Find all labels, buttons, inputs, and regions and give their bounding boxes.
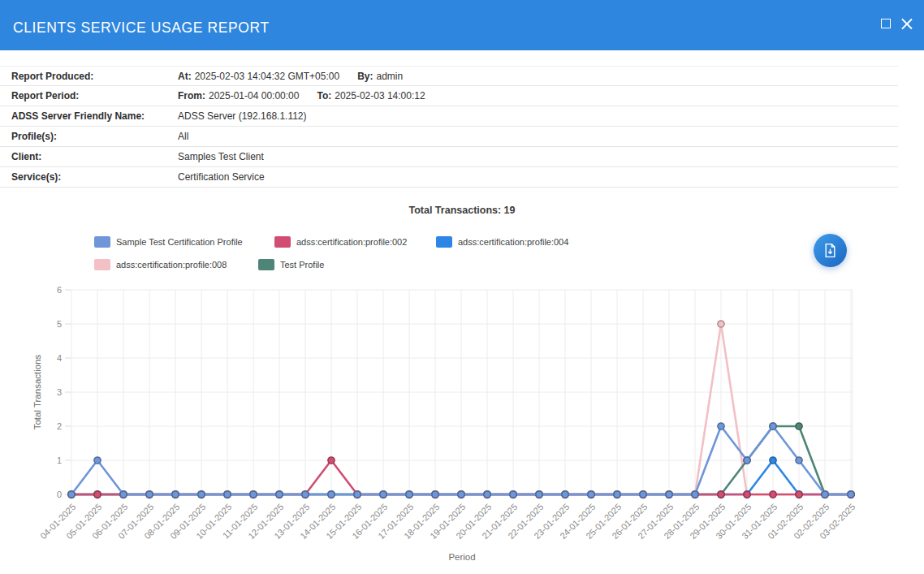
data-point xyxy=(718,491,724,498)
y-tick-label: 5 xyxy=(57,319,62,329)
legend-swatch xyxy=(274,236,291,248)
data-point xyxy=(536,491,542,498)
report-info-value: To:2025-02-03 14:00:12 xyxy=(317,90,425,101)
data-point xyxy=(172,491,179,498)
y-tick-label: 2 xyxy=(57,421,62,431)
total-transactions-title: Total Transactions: 19 xyxy=(0,205,924,216)
data-point xyxy=(94,457,101,464)
legend-item-sample-test-certification-profile[interactable]: Sample Test Certification Profile xyxy=(94,236,243,248)
data-point xyxy=(406,491,412,498)
report-info-value: All xyxy=(178,131,188,142)
legend-swatch xyxy=(94,259,110,270)
report-info-value-key: To: xyxy=(317,90,331,101)
report-info-value-key: By: xyxy=(357,71,373,82)
transactions-line-chart: 012345604-01-202505-01-202506-01-202507-… xyxy=(0,280,924,574)
data-point xyxy=(744,457,750,464)
data-point xyxy=(614,491,620,498)
data-point xyxy=(848,491,854,498)
legend-label: adss:certification:profile:004 xyxy=(458,237,568,247)
dialog-titlebar: CLIENTS SERVICE USAGE REPORT xyxy=(0,0,924,50)
data-point xyxy=(94,491,101,498)
data-point xyxy=(822,491,828,498)
data-point xyxy=(354,491,361,498)
legend-swatch xyxy=(94,236,110,248)
report-info-row: Client:Samples Test Client xyxy=(0,147,898,167)
maximize-icon xyxy=(881,19,891,28)
legend-label: Test Profile xyxy=(280,260,324,270)
legend-item-adss-certification-profile-008[interactable]: adss:certification:profile:008 xyxy=(94,259,227,270)
y-tick-label: 4 xyxy=(57,353,62,363)
data-point xyxy=(224,491,231,498)
report-info-label: Client: xyxy=(0,151,178,162)
data-point xyxy=(796,491,802,498)
data-point xyxy=(744,491,750,498)
data-point xyxy=(328,457,335,464)
data-point xyxy=(640,491,646,498)
report-info-table: Report Produced:At:2025-02-03 14:04:32 G… xyxy=(0,66,898,188)
legend-swatch xyxy=(436,236,452,248)
data-point xyxy=(120,491,127,498)
data-point xyxy=(380,491,386,498)
report-info-value: At:2025-02-03 14:04:32 GMT+05:00 xyxy=(178,71,339,82)
report-info-row: ADSS Server Friendly Name:ADSS Server (1… xyxy=(0,106,898,127)
legend-item-adss-certification-profile-002[interactable]: adss:certification:profile:002 xyxy=(274,236,407,248)
file-download-icon xyxy=(823,243,838,258)
report-info-value-key: From: xyxy=(178,90,205,101)
maximize-button[interactable] xyxy=(879,16,893,31)
data-point xyxy=(302,491,309,498)
report-info-value: Samples Test Client xyxy=(178,151,264,162)
report-info-label: ADSS Server Friendly Name: xyxy=(0,110,178,122)
report-info-row: Report Produced:At:2025-02-03 14:04:32 G… xyxy=(0,66,898,86)
report-info-row: Report Period:From:2025-01-04 00:00:00To… xyxy=(0,86,898,106)
close-button[interactable] xyxy=(900,16,914,31)
report-info-row: Service(s):Certification Service xyxy=(0,167,898,188)
data-point xyxy=(198,491,205,498)
data-point xyxy=(510,491,516,498)
data-point xyxy=(796,457,802,464)
data-point xyxy=(146,491,153,498)
data-point xyxy=(692,491,698,498)
report-info-label: Profile(s): xyxy=(0,131,178,142)
report-info-value: From:2025-01-04 00:00:00 xyxy=(178,90,299,101)
legend-label: Sample Test Certification Profile xyxy=(116,237,243,247)
legend-item-adss-certification-profile-004[interactable]: adss:certification:profile:004 xyxy=(436,236,568,248)
data-point xyxy=(484,491,490,498)
data-point xyxy=(770,423,776,429)
y-tick-label: 1 xyxy=(57,455,62,465)
data-point xyxy=(666,491,672,498)
report-info-label: Service(s): xyxy=(0,171,178,183)
data-point xyxy=(432,491,438,498)
report-info-value-key: At: xyxy=(178,71,192,82)
report-info-value: ADSS Server (192.168.1.112) xyxy=(178,110,307,122)
y-axis-title: Total Transactions xyxy=(32,354,42,429)
data-point xyxy=(770,457,776,464)
data-point xyxy=(718,321,724,327)
data-point xyxy=(588,491,594,498)
x-axis-title: Period xyxy=(448,552,475,562)
data-point xyxy=(276,491,283,498)
dialog-title: CLIENTS SERVICE USAGE REPORT xyxy=(0,15,270,37)
y-tick-label: 0 xyxy=(57,490,62,499)
legend-label: adss:certification:profile:002 xyxy=(296,237,407,247)
data-point xyxy=(458,491,464,498)
report-info-label: Report Produced: xyxy=(0,71,178,82)
legend-item-test-profile[interactable]: Test Profile xyxy=(258,259,324,270)
data-point xyxy=(328,491,335,498)
chart-canvas: 012345604-01-202505-01-202506-01-202507-… xyxy=(0,280,924,574)
data-point xyxy=(718,423,724,429)
close-icon xyxy=(901,18,913,29)
data-point xyxy=(250,491,257,498)
window-controls xyxy=(879,16,914,31)
legend-label: adss:certification:profile:008 xyxy=(116,260,227,270)
data-point xyxy=(796,423,802,429)
report-info-row: Profile(s):All xyxy=(0,127,898,147)
y-tick-label: 3 xyxy=(57,387,62,397)
export-report-button[interactable] xyxy=(814,234,847,267)
data-point xyxy=(770,491,776,498)
y-tick-label: 6 xyxy=(57,285,62,295)
report-info-value: By:admin xyxy=(357,71,403,82)
data-point xyxy=(562,491,568,498)
report-info-label: Report Period: xyxy=(0,90,178,101)
data-point xyxy=(68,491,75,498)
report-info-value: Certification Service xyxy=(178,171,265,183)
